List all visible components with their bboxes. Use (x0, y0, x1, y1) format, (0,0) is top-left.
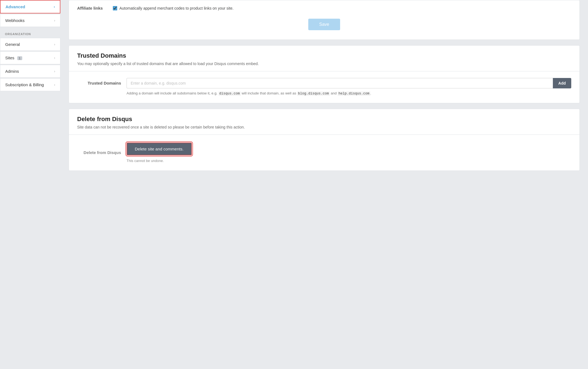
hint-code1: disqus.com (219, 91, 241, 96)
affiliate-label: Affiliate links (77, 6, 110, 10)
affiliate-card: Affiliate links Automatically append mer… (69, 0, 580, 40)
add-domain-button[interactable]: Add (553, 78, 571, 88)
hint-code2: blog.disqus.com (297, 91, 330, 96)
delete-card-header: Delete from Disqus Site data can not be … (69, 109, 579, 135)
sidebar-item-webhooks[interactable]: Webhooks › (0, 14, 60, 27)
trusted-domains-input-with-btn: Add (127, 78, 571, 88)
page-layout: Advanced › Webhooks › ORGANIZATION Gener… (0, 0, 588, 369)
delete-title: Delete from Disqus (77, 116, 571, 123)
delete-field-row: Delete from Disqus Delete site and comme… (69, 135, 579, 170)
trusted-domains-card: Trusted Domains You may optionally speci… (69, 45, 580, 103)
delete-field-label: Delete from Disqus (77, 150, 121, 155)
affiliate-checkbox-label[interactable]: Automatically append merchant codes to p… (113, 6, 234, 10)
chevron-right-icon: › (54, 83, 55, 87)
sidebar-item-admins-label: Admins (5, 69, 19, 74)
chevron-right-icon: › (54, 18, 55, 23)
sidebar-item-admins[interactable]: Admins › (0, 65, 60, 78)
delete-warning-text: This cannot be undone. (127, 157, 164, 163)
sidebar-item-subscription-billing[interactable]: Subscription & Billing › (0, 78, 60, 91)
trusted-domains-input-group: Add Adding a domain will include all sub… (127, 78, 571, 96)
sidebar-item-advanced[interactable]: Advanced › (0, 0, 60, 13)
trusted-domains-title: Trusted Domains (77, 52, 571, 59)
delete-site-button[interactable]: Delete site and comments. (127, 142, 192, 155)
delete-description: Site data can not be recovered once a si… (77, 124, 571, 130)
sidebar-item-advanced-label: Advanced (5, 4, 25, 9)
trusted-domains-description: You may optionally specify a list of tru… (77, 61, 571, 67)
hint-part4: . (370, 91, 371, 95)
trusted-domains-header: Trusted Domains You may optionally speci… (69, 46, 579, 71)
trusted-domains-field-label: Trusted Domains (77, 78, 121, 85)
delete-action-group: Delete site and comments. This cannot be… (127, 142, 192, 163)
sidebar: Advanced › Webhooks › ORGANIZATION Gener… (0, 0, 60, 369)
hint-part3: and (330, 91, 338, 95)
save-button[interactable]: Save (308, 19, 340, 30)
sidebar-item-sites-label: Sites 1 (5, 55, 22, 60)
trusted-domain-input[interactable] (127, 78, 553, 88)
affiliate-checkbox[interactable] (113, 6, 117, 10)
affiliate-checkbox-text: Automatically append merchant codes to p… (119, 6, 234, 10)
trusted-domains-hint: Adding a domain will include all subdoma… (127, 91, 571, 96)
sidebar-item-sites[interactable]: Sites 1 › (0, 51, 60, 64)
chevron-right-icon: › (54, 69, 55, 73)
hint-part1: Adding a domain will include all subdoma… (127, 91, 219, 95)
section-label-organization: ORGANIZATION (0, 27, 60, 38)
hint-part2: will include that domain, as well as (241, 91, 297, 95)
delete-card: Delete from Disqus Site data can not be … (69, 109, 580, 171)
chevron-right-icon: › (54, 42, 55, 46)
hint-code3: help.disqus.com (338, 91, 370, 96)
sidebar-item-general-label: General (5, 42, 20, 47)
chevron-right-icon: › (54, 5, 55, 9)
sites-badge: 1 (17, 56, 22, 60)
trusted-domains-field-row: Trusted Domains Add Adding a domain will… (69, 71, 579, 103)
sidebar-item-general[interactable]: General › (0, 38, 60, 51)
main-content: Affiliate links Automatically append mer… (60, 0, 588, 369)
chevron-right-icon: › (54, 56, 55, 60)
sidebar-item-subscription-billing-label: Subscription & Billing (5, 82, 44, 87)
sidebar-item-webhooks-label: Webhooks (5, 18, 25, 23)
